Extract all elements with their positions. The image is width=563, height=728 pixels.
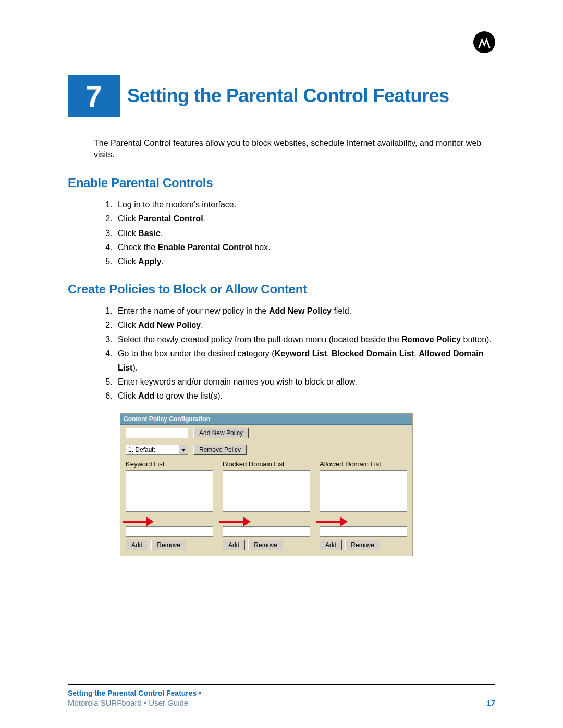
add-new-policy-button[interactable]: Add New Policy: [193, 428, 249, 438]
footer-section-name: Setting the Parental Control Features •: [68, 689, 495, 697]
page-number: 17: [486, 698, 495, 707]
allowed-domain-input[interactable]: [320, 526, 407, 537]
config-screenshot: Content Policy Configuration Add New Pol…: [120, 413, 413, 556]
remove-policy-button[interactable]: Remove Policy: [193, 445, 247, 455]
header-rule: [68, 60, 495, 60]
policy-name-input[interactable]: [126, 428, 188, 438]
policy-select-value: 1. Default: [128, 446, 155, 453]
column-label: Keyword List: [126, 460, 213, 468]
keyword-list-column: Keyword List Add Remove: [126, 460, 213, 550]
blocked-domain-listbox[interactable]: [223, 470, 310, 512]
section-heading-policies: Create Policies to Block or Allow Conten…: [68, 282, 495, 297]
blocked-domain-column: Blocked Domain List Add Remove: [223, 460, 310, 550]
step: Enter the name of your new policy in the…: [115, 304, 495, 318]
step: Check the Enable Parental Control box.: [115, 240, 495, 254]
steps-list-enable: Log in to the modem's interface. Click P…: [99, 198, 495, 268]
remove-button[interactable]: Remove: [345, 540, 380, 550]
arrow-right-icon: [316, 517, 348, 526]
column-label: Allowed Domain List: [320, 460, 407, 468]
page: 7 Setting the Parental Control Features …: [0, 0, 563, 728]
arrow-right-icon: [123, 517, 154, 526]
arrow-right-icon: [219, 517, 251, 526]
step: Select the newly created policy from the…: [115, 332, 495, 347]
allowed-domain-column: Allowed Domain List Add Remove: [320, 460, 407, 550]
step: Click Apply.: [115, 254, 495, 268]
intro-paragraph: The Parental Control features allow you …: [94, 138, 495, 160]
step: Log in to the modem's interface.: [115, 198, 495, 212]
blocked-domain-input[interactable]: [223, 526, 310, 537]
motorola-logo-icon: [473, 31, 495, 53]
step: Click Basic.: [115, 226, 495, 240]
step: Enter keywords and/or domain names you w…: [115, 375, 495, 389]
steps-list-policies: Enter the name of your new policy in the…: [99, 304, 495, 403]
remove-button[interactable]: Remove: [248, 540, 283, 550]
keyword-listbox[interactable]: [126, 470, 213, 512]
step: Click Add New Policy.: [115, 318, 495, 332]
chapter-number-box: 7: [68, 75, 120, 117]
footer-rule: [68, 684, 495, 685]
keyword-input[interactable]: [126, 526, 213, 537]
step: Click Add to grow the list(s).: [115, 389, 495, 403]
panel-title: Content Policy Configuration: [120, 414, 412, 425]
add-button[interactable]: Add: [126, 540, 148, 550]
add-button[interactable]: Add: [223, 540, 245, 550]
column-label: Blocked Domain List: [223, 460, 310, 468]
page-footer: Setting the Parental Control Features • …: [68, 684, 495, 707]
section-heading-enable: Enable Parental Controls: [68, 176, 495, 190]
step: Go to the box under the desired category…: [115, 347, 495, 375]
step: Click Parental Control.: [115, 212, 495, 226]
chevron-down-icon: ▼: [179, 445, 188, 454]
allowed-domain-listbox[interactable]: [320, 470, 407, 512]
chapter-header: 7 Setting the Parental Control Features: [68, 75, 495, 117]
footer-guide-name: Motorola SURFboard • User Guide: [68, 698, 188, 707]
add-button[interactable]: Add: [320, 540, 342, 550]
remove-button[interactable]: Remove: [151, 540, 186, 550]
policy-select[interactable]: 1. Default ▼: [126, 445, 188, 455]
chapter-title: Setting the Parental Control Features: [127, 85, 449, 107]
